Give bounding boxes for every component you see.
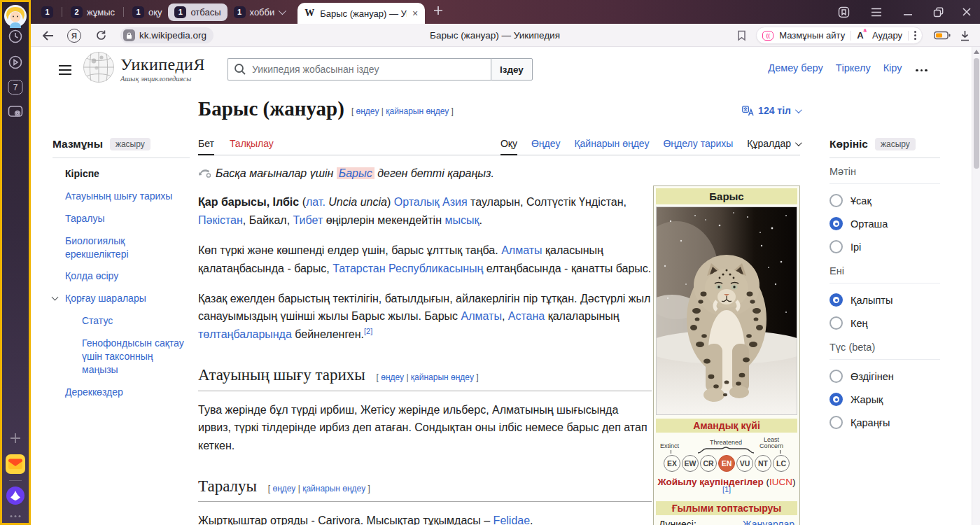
toc-item-genofund[interactable]: Генофондысын сақтау үшін таксонның маңыз… <box>82 337 190 377</box>
snow-leopard-image[interactable] <box>656 206 797 415</box>
add-panel-icon[interactable] <box>9 432 22 444</box>
inline-link[interactable]: Татарстан Республикасының <box>332 262 483 274</box>
header-more-icon[interactable] <box>915 62 929 74</box>
radio-icon-selected[interactable] <box>830 393 843 406</box>
donate-link[interactable]: Демеу беру <box>768 62 822 74</box>
translate-button[interactable]: Аудару <box>872 30 902 41</box>
edit-source-link[interactable]: қайнарын өңдеу <box>411 372 474 382</box>
tab-page[interactable]: Бет <box>198 138 214 149</box>
back-icon[interactable] <box>42 24 55 47</box>
inline-link[interactable]: [2] <box>364 327 372 335</box>
radio-color-dark[interactable]: Қараңғы <box>830 416 940 429</box>
download-icon[interactable] <box>960 24 970 47</box>
close-window-icon[interactable] <box>962 0 972 24</box>
alice-assistant-icon[interactable] <box>6 486 25 505</box>
yandex-search-icon[interactable]: Я <box>67 24 81 47</box>
read-aloud-button[interactable]: Мазмұнын айту <box>779 30 845 41</box>
tab-edit[interactable]: Өңдеу <box>531 138 560 149</box>
profile-avatar[interactable] <box>4 4 27 28</box>
radio-icon[interactable] <box>830 416 843 429</box>
more-actions-icon[interactable] <box>914 29 916 41</box>
login-link[interactable]: Кіру <box>883 62 902 74</box>
toc-item-protection[interactable]: Қорғау шаралары <box>65 292 190 305</box>
edit-link[interactable]: өңдеу <box>356 106 379 116</box>
chevron-down-icon[interactable] <box>52 294 59 301</box>
scroll-up-arrow[interactable] <box>974 50 979 54</box>
inline-link[interactable]: Астана <box>508 310 545 322</box>
radio-icon-selected[interactable] <box>830 217 843 230</box>
inline-link[interactable]: Орталық Азия <box>394 196 468 208</box>
inline-link[interactable]: Пәкістан <box>198 214 243 226</box>
radio-color-light[interactable]: Жарық <box>830 393 940 406</box>
tab-group-study[interactable]: 1оқу <box>126 4 168 21</box>
radio-text-large[interactable]: Ірі <box>830 240 940 253</box>
radio-text-medium[interactable]: Орташа <box>830 217 940 230</box>
new-tab-button[interactable] <box>432 4 444 20</box>
tab-group-family[interactable]: 1отбасы <box>168 4 227 21</box>
toc-item-intro[interactable]: Кіріспе <box>65 167 190 181</box>
radio-icon-selected[interactable] <box>830 293 843 307</box>
refresh-icon[interactable] <box>95 24 107 47</box>
rail-more-icon[interactable] <box>10 514 21 519</box>
edit-link[interactable]: өңдеу <box>381 372 404 382</box>
tab-counter[interactable]: 7 <box>8 80 23 94</box>
wikipedia-wordmark[interactable]: УикипедиЯ Ашық энциклопедиясы <box>120 55 205 83</box>
tab-close-icon[interactable]: × <box>412 8 418 19</box>
restore-window-icon[interactable] <box>933 0 944 24</box>
tab-history[interactable]: Өңделу тарихы <box>663 138 733 149</box>
appearance-hide-button[interactable]: жасыру <box>875 138 916 150</box>
toc-item-etymology[interactable]: Атауының шығу тарихы <box>65 190 190 203</box>
toc-hide-button[interactable]: жасыру <box>110 138 150 150</box>
lock-icon[interactable] <box>123 29 135 41</box>
radio-icon[interactable] <box>830 240 843 253</box>
toc-item-status[interactable]: Статус <box>82 314 190 328</box>
panels-icon[interactable] <box>838 0 850 24</box>
tab-read[interactable]: Оқу <box>500 138 517 149</box>
play-media-icon[interactable] <box>8 55 23 70</box>
radio-icon[interactable] <box>830 316 843 330</box>
inline-link[interactable]: Тибет <box>293 214 323 226</box>
inline-link[interactable]: Алматы <box>461 310 502 322</box>
page-scrollbar[interactable] <box>972 47 980 525</box>
screenshot-icon[interactable] <box>8 104 24 120</box>
inline-link[interactable]: IUCN <box>769 477 792 487</box>
inline-link[interactable]: Алматы <box>501 244 542 256</box>
register-link[interactable]: Тіркелу <box>836 62 871 74</box>
scrollbar-thumb[interactable] <box>974 58 979 169</box>
active-browser-tab[interactable]: W Барыс (жануар) — Уик × <box>298 3 425 24</box>
history-icon[interactable] <box>8 29 23 44</box>
edit-source-link[interactable]: қайнарын өңдеу <box>386 106 449 116</box>
tab-group-hobby[interactable]: 1хобби <box>227 4 291 21</box>
edit-link[interactable]: өңдеу <box>272 484 295 493</box>
radio-icon[interactable] <box>830 370 843 383</box>
language-selector[interactable]: 124 тіл <box>742 105 800 120</box>
yandex-mail-icon[interactable] <box>6 454 25 474</box>
main-menu-icon[interactable] <box>59 65 71 78</box>
tab-group-work[interactable]: 2жұмыс <box>64 4 121 21</box>
radio-text-small[interactable]: Ұсақ <box>830 194 940 207</box>
inline-link[interactable]: [1] <box>722 485 731 493</box>
tab-group-1[interactable]: 1 <box>35 4 59 21</box>
radio-icon[interactable] <box>830 194 843 207</box>
toc-item-captivity[interactable]: Қолда өсіру <box>65 270 190 283</box>
search-input[interactable] <box>227 58 491 80</box>
radio-width-standard[interactable]: Қалыпты <box>830 293 940 307</box>
edit-source-link[interactable]: қайнарын өңдеу <box>302 484 365 493</box>
wikipedia-logo[interactable] <box>83 51 115 86</box>
inline-link[interactable]: төлтаңбаларында <box>198 328 292 340</box>
kingdom-link[interactable]: Жануарлар <box>743 519 794 525</box>
toc-item-biology[interactable]: Биологиялық ерекшеліктері <box>65 234 190 261</box>
minimize-icon[interactable] <box>903 0 913 24</box>
tab-talk[interactable]: Талқылау <box>230 138 274 149</box>
inline-link[interactable]: Felidae <box>493 514 530 525</box>
toc-item-references[interactable]: Дереккөздер <box>65 386 190 399</box>
inline-link[interactable]: лат. <box>306 196 326 208</box>
toc-item-distribution[interactable]: Таралуы <box>65 212 190 225</box>
search-button[interactable]: Іздеу <box>491 58 533 80</box>
inline-link[interactable]: мысық <box>444 214 479 226</box>
radio-width-wide[interactable]: Кең <box>830 316 940 330</box>
url-bar[interactable]: kk.wikipedia.org <box>120 27 214 43</box>
bookmark-flag-icon[interactable] <box>737 24 746 47</box>
tab-edit-source[interactable]: Қайнарын өңдеу <box>574 138 649 149</box>
tools-menu[interactable]: Құралдар <box>747 138 800 149</box>
